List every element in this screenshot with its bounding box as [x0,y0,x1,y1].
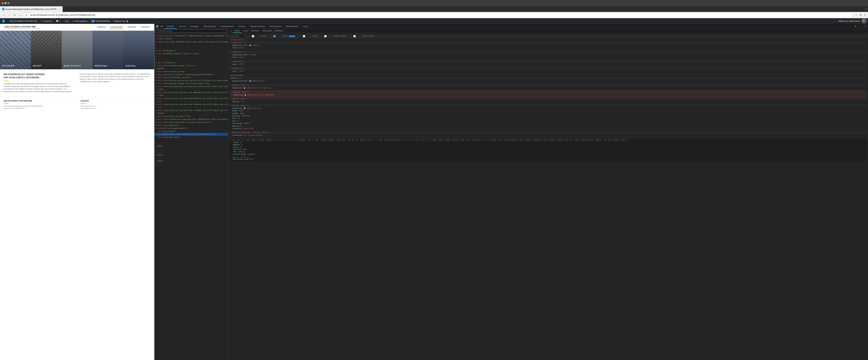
css-selector-selection-4[interactable]: ::selection ⊙ { [229,67,867,70]
html-tree-line[interactable]: ▶ <div id="Header_wrapper" class="">…</d… [154,52,228,55]
nav-leistungen[interactable]: LEISTUNGEN [110,25,123,29]
html-tree-line[interactable]: ▼ <div class="wrap mcb-wrap mcb-wrap-zfn… [154,103,228,106]
hero-wirtschaft[interactable]: WIRTSCHAFT [62,31,93,69]
more-options-btn[interactable]: ⋯ [858,24,862,28]
html-tree-line[interactable]: ▼ <div class="section_wrapper mcb-sectio… [154,82,228,85]
responsive-design-btn[interactable] [160,24,164,28]
html-tree-line[interactable]: ▼ <div class="wrap mcb-wrap mcb-wrap-2f3… [154,97,228,100]
active-checkbox[interactable] [267,35,281,37]
filter-focus-visible[interactable]: :focus-visible [318,35,346,37]
hero-recht[interactable]: RECHT [31,31,62,69]
html-tree-line[interactable] [154,139,228,142]
html-tree-line[interactable]: ▼ <div id="Content"> [154,61,228,64]
html-tree-line[interactable]: <div class="desc_wrap"> [154,136,228,139]
html-tree-line[interactable]: ▼ <html class="js" itemscope="" itemtype… [154,34,228,37]
html-tree-line[interactable]: ▼ <div class="wrap mcb-wrap mcb-wrap-ote… [154,85,228,88]
devtools-tab-style[interactable]: Stilbearbeitung [201,24,218,29]
filter-focus-within[interactable]: :focus-within [347,35,374,37]
devtools-tab-performance[interactable]: Laufzeitanalyse [218,24,236,29]
html-tree-line[interactable]: ▼ <div id="Wrapper"> [154,49,228,52]
html-tree-line[interactable]: ▶ [154,55,228,58]
html-tree-line[interactable]: :: flex [154,94,228,97]
devtools-tab-accessibility[interactable]: Barrierefreiheit [284,24,301,29]
forward-button[interactable]: › [7,13,11,17]
focus-checkbox[interactable] [297,35,311,37]
wp-admin-new[interactable]: + Neu [62,18,71,24]
devtools-tab-memory[interactable]: Speicher [236,24,248,29]
html-tree-line[interactable]: ::before [154,67,228,70]
close-devtools-btn[interactable]: ✕ [863,24,867,28]
focus-visible-checkbox[interactable] [318,35,333,37]
css-selector-selection-2[interactable]: ::selection ⊙ { [229,51,867,53]
devtools-tab-storage[interactable]: Web-Speicher [267,24,284,29]
html-tree-line[interactable]: ▼ <a href="/leistungen/digital"> [154,127,228,130]
tab-close-button[interactable]: × [59,8,60,10]
css-tab-berechnet[interactable]: Berechnet [250,29,261,33]
css-selector-selection-3[interactable]: ::selection ⊙ { [229,60,867,63]
home-button[interactable]: ⌂ [18,13,23,17]
html-tree-line[interactable]: ▶ [154,46,228,49]
wp-admin-comments[interactable]: 💬 0 [54,18,62,24]
html-tree-line[interactable]: ▼ <div class="content_wrapper clearfix"> [154,64,228,67]
css-selector-selection-1[interactable]: ::selection ⊙ { [229,41,867,44]
html-tree[interactable]: ▼ <html class="js" itemscope="" itemtype… [154,33,228,360]
menu-button[interactable]: ≡ [863,13,867,17]
nav-kontakt[interactable]: KONTAKT [140,25,151,29]
html-tree-line[interactable] [154,151,228,154]
wp-admin-duplicate[interactable]: Duplicate Post 🔒 [112,18,130,24]
html-tree-line[interactable]: ::after [154,160,228,162]
wp-admin-edit-page[interactable]: ✏ Seite bearbeiten [71,18,90,24]
html-tree-line[interactable]: flex [154,106,228,109]
extensions-button[interactable]: ⚙ [859,13,862,17]
nav-service[interactable]: SERVICE [127,25,137,29]
html-tree-line[interactable]: ::after [154,145,228,148]
css-selector-transition[interactable]: .zoom_box .photo img, .zoom_box .desc ⊙ … [229,131,867,134]
devtools-tab-inspector[interactable]: Inspektor [164,24,177,29]
html-tree-line[interactable]: ::after [154,154,228,157]
hover-checkbox[interactable] [246,35,260,37]
html-tree-line[interactable]: <div class="desc" style="background-colo… [154,133,228,136]
html-tree-line[interactable]: ▶ [154,43,228,46]
add-rule-btn[interactable]: + [229,29,233,32]
css-selector-zoom-1[interactable]: .zoom_box .desc ⊙ { [229,84,867,87]
filter-hover[interactable]: :hover [246,35,266,37]
reload-button[interactable]: ↻ [12,13,17,17]
css-tab-aenderungen[interactable]: Änderungen [261,29,274,33]
back-button[interactable]: ‹ [1,13,6,17]
html-tree-line[interactable]: ▼ <div class="section mcb-section mcb-se… [154,79,228,82]
devtools-tab-more[interactable]: Anwe... [301,24,312,29]
inspector-icon-btn[interactable] [155,24,159,28]
html-tree-line[interactable]: ▼ <div class="column mcb-column mcb-item… [154,118,228,121]
html-tree-line[interactable]: ▼ <div class="entry-content" itemprop="m… [154,73,228,76]
hero-pruefung[interactable]: PRÜFUNG [92,31,123,69]
devtools-tab-console[interactable]: Konsole [177,24,188,29]
new-tab-button[interactable]: + [865,7,867,11]
html-tree-line[interactable]: ▼ <div class="mcb-wrap-inner" flex> [154,115,228,118]
css-tab-layout[interactable]: Layout [242,29,250,33]
active-browser-tab[interactable]: K kp.isar3.de/leistungen/?preview_id=254… [0,6,63,12]
wp-admin-home[interactable]: W [0,18,8,24]
hero-digital[interactable]: DIGITAL [123,31,154,69]
css-selector-zoom-full[interactable]: .zoom_box .desc ⊙ { [229,104,867,107]
html-tree-line[interactable]: ▼ <body class="page-template-default pag… [154,40,228,43]
html-tree-line[interactable] [154,148,228,151]
wp-admin-site-name[interactable]: KRETZSCHMAR & PARTNER mbB [8,18,39,24]
filter-active[interactable]: :active active [267,35,296,37]
focus-within-checkbox[interactable] [347,35,362,37]
devtools-tab-debugger[interactable]: Debugger [188,24,201,29]
css-selector-element[interactable]: Element ⊙ { [229,77,867,80]
css-selector-zoom-highlighted[interactable]: .zoom_box .desc ⊙ { [230,91,866,93]
bookmark-button[interactable]: ☆ [855,13,858,17]
address-input[interactable] [28,13,852,17]
hero-steuern[interactable]: STEUERN [0,31,31,69]
html-tree-line[interactable] [154,157,228,160]
html-tree-line[interactable]: ▼ <div class="sections_group"> [154,70,228,73]
html-tree-line[interactable]: ▼ <div class="wrap mcb-wrap mcb-wrap-700… [154,91,228,94]
settings-icon-btn[interactable]: ⚙ [853,24,858,28]
wp-admin-customizer[interactable]: ✏ Customizer [39,18,54,24]
html-tree-line[interactable]: ::before [154,112,228,115]
html-tree-line[interactable]: ▼ <div class="mcb-column-inner mcb-item-… [154,121,228,124]
html-tree-line[interactable]: ▼ <div class="mfn-builder-content"> [154,76,228,79]
html-search-input[interactable] [156,29,226,32]
html-tree-line[interactable]: ▶ [154,58,228,61]
